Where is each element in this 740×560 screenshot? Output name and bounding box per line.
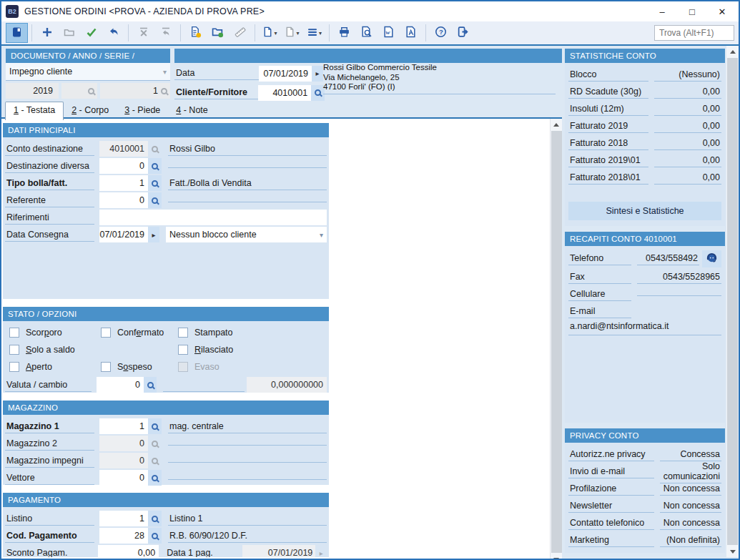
scrollbar-thumb[interactable]: [727, 58, 738, 545]
solo-a-saldo-checkbox[interactable]: [9, 345, 19, 355]
scroll-down-arrow[interactable]: [551, 554, 563, 560]
scorporo-checkbox[interactable]: [9, 328, 19, 338]
anno-field[interactable]: 2019: [6, 83, 59, 99]
conto-destinazione-field[interactable]: 4010001: [99, 141, 148, 157]
magazzino1-desc: mag. centrale: [168, 420, 327, 433]
stampato-checkbox[interactable]: [178, 328, 188, 338]
cliente-field[interactable]: 4010001: [258, 85, 311, 101]
call-button[interactable]: [702, 250, 721, 267]
magazzino1-search-button[interactable]: [148, 418, 162, 434]
listino-field[interactable]: 1: [99, 511, 148, 526]
confermato-checkbox[interactable]: [101, 328, 111, 338]
help-button[interactable]: ?: [430, 23, 452, 43]
telefono-field[interactable]: 0543/558492: [637, 252, 699, 265]
export-document-alt-button[interactable]: ▾: [281, 23, 303, 43]
calendar-arrow-button[interactable]: ▸: [312, 66, 323, 82]
valuta-field[interactable]: 0: [97, 377, 144, 393]
find-input[interactable]: [654, 25, 734, 41]
cellulare-field[interactable]: [637, 293, 721, 296]
tab-piede[interactable]: 3 - Piede: [117, 102, 168, 119]
magazzino1-field[interactable]: 1: [99, 418, 148, 434]
confermato-label[interactable]: Confermato: [117, 328, 164, 338]
export-document-button[interactable]: ▾: [259, 23, 281, 43]
new-record-button[interactable]: [36, 23, 58, 43]
close-button[interactable]: ✕: [707, 2, 737, 21]
riferimenti-field[interactable]: [99, 210, 327, 225]
sospeso-checkbox[interactable]: [101, 362, 111, 372]
cod-pagamento-search-button[interactable]: [148, 528, 162, 544]
maximize-button[interactable]: □: [677, 2, 707, 21]
magazzino-impegni-field: 0: [99, 453, 148, 468]
open-document-button[interactable]: [207, 23, 229, 43]
listino-search-button[interactable]: [148, 511, 162, 526]
minimize-button[interactable]: –: [647, 2, 677, 21]
restore-row-button[interactable]: [154, 23, 177, 43]
scroll-down-arrow[interactable]: [726, 546, 739, 557]
pdf-icon: [405, 26, 417, 40]
cod-pagamento-label: Cod. Pagamento: [5, 529, 94, 543]
rilasciato-checkbox[interactable]: [178, 345, 188, 355]
main-scrollbar[interactable]: [550, 119, 562, 560]
conto-search-button[interactable]: [148, 141, 162, 157]
exit-button[interactable]: [452, 23, 474, 43]
tab-corpo[interactable]: 2 - Corpo: [64, 102, 117, 119]
tab-note[interactable]: 4 - Note: [168, 102, 215, 119]
search-icon: [152, 163, 158, 170]
blocco-cliente-select[interactable]: Nessun blocco cliente▾: [166, 227, 327, 242]
form-view-button[interactable]: [6, 23, 28, 43]
destinazione-diversa-field[interactable]: 0: [99, 158, 148, 174]
vettore-field[interactable]: 0: [99, 470, 148, 486]
client-info-line: Rossi Gilbo Commercio Tessile: [323, 63, 556, 73]
stat-label: Fatturato 2019: [568, 119, 648, 133]
stat-label: Insoluti (12m): [568, 102, 648, 116]
data-field[interactable]: 07/01/2019: [259, 66, 312, 82]
stampato-label[interactable]: Stampato: [194, 328, 233, 338]
referente-search-button[interactable]: [148, 192, 162, 208]
consegna-calendar-button[interactable]: ▸: [148, 227, 159, 242]
sintesi-statistiche-button[interactable]: Sintesi e Statistiche: [568, 202, 721, 220]
undo-bar-icon: [160, 26, 172, 40]
sospeso-label[interactable]: Sospeso: [117, 362, 152, 372]
referente-field[interactable]: 0: [99, 192, 148, 208]
data-consegna-field[interactable]: 07/01/2019: [99, 227, 148, 242]
data1-pag-field: 07/01/2019: [242, 545, 315, 557]
app-window: { "window": { "title": "GESTIONE ORDINI …: [0, 0, 740, 560]
delete-row-button[interactable]: [132, 23, 154, 43]
export-pdf-button[interactable]: [400, 23, 422, 43]
tipo-bolla-field[interactable]: 1: [99, 175, 148, 191]
print-button[interactable]: [333, 23, 355, 43]
aperto-checkbox[interactable]: [9, 362, 19, 372]
scroll-up-arrow[interactable]: [551, 119, 563, 130]
valuta-search-button[interactable]: [144, 377, 157, 393]
solo-a-saldo-label[interactable]: Solo a saldo: [26, 345, 75, 355]
tab-page-wrap: DATI PRINCIPALI Conto destinazione 40100…: [1, 117, 562, 560]
tab-testata[interactable]: 1 - Testata: [5, 102, 64, 120]
panel-scrollbar[interactable]: [726, 46, 739, 557]
rilasciato-label[interactable]: Rilasciato: [194, 345, 233, 355]
chevron-down-icon: ▾: [319, 30, 322, 36]
confirm-button[interactable]: [80, 23, 102, 43]
chevron-down-icon: ▾: [296, 30, 299, 36]
scorporo-label[interactable]: Scorporo: [26, 328, 62, 338]
scroll-up-arrow[interactable]: [726, 46, 739, 57]
undo-button[interactable]: [102, 23, 124, 43]
scrollbar-thumb[interactable]: [551, 131, 562, 553]
serie-field[interactable]: [61, 83, 97, 99]
email-field[interactable]: a.nardi@ntsinformatica.it: [568, 320, 721, 335]
numero-field[interactable]: 1: [100, 83, 170, 99]
section-stato-opzioni: STATO / OPZIONI Scorporo Confermato Stam…: [3, 307, 329, 393]
destinazione-search-button[interactable]: [148, 158, 162, 174]
cod-pagamento-field[interactable]: 28: [99, 528, 148, 544]
menu-button[interactable]: ▾: [303, 23, 325, 43]
new-document-button[interactable]: [184, 23, 207, 43]
measure-icon[interactable]: [229, 23, 251, 43]
print-preview-button[interactable]: [355, 23, 378, 43]
fax-field[interactable]: 0543/5528965: [637, 270, 721, 284]
sconto-pagam-field[interactable]: 0,00: [98, 545, 159, 557]
svg-text:w: w: [385, 29, 390, 36]
open-record-button[interactable]: [58, 23, 80, 43]
tipo-bolla-search-button[interactable]: [148, 175, 162, 191]
export-word-button[interactable]: w: [378, 23, 400, 43]
aperto-label[interactable]: Aperto: [26, 362, 52, 372]
vettore-search-button[interactable]: [148, 470, 162, 486]
